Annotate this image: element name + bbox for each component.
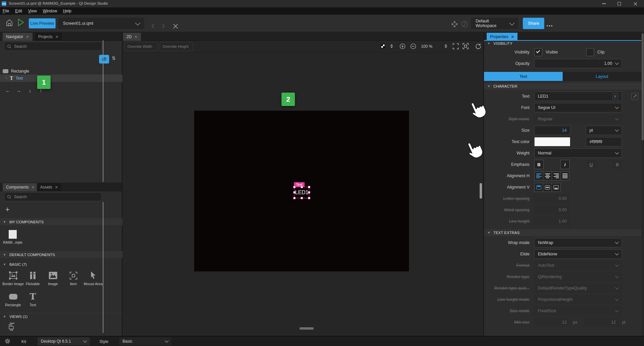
- resize-handle-nw[interactable]: [293, 186, 296, 188]
- close-document-button[interactable]: [173, 23, 178, 29]
- fit-to-screen-button[interactable]: [462, 43, 469, 49]
- text-color-hex-field[interactable]: #f9f9f9: [586, 137, 622, 146]
- properties-scrollbar-thumb[interactable]: [642, 33, 644, 140]
- close-icon[interactable]: ✕: [26, 35, 29, 39]
- elide-dropdown[interactable]: ElideNone: [534, 249, 622, 259]
- component-flickable[interactable]: Flickable: [22, 270, 44, 286]
- more-options-button[interactable]: •••: [547, 23, 553, 28]
- background-color-button[interactable]: [381, 44, 385, 48]
- components-search-input[interactable]: [14, 195, 99, 199]
- override-width-input[interactable]: [128, 44, 155, 48]
- text-field[interactable]: LED1 tr: [534, 92, 622, 101]
- component-item[interactable]: Item: [63, 270, 84, 286]
- sort-order-icon[interactable]: ⇅: [112, 55, 116, 61]
- min-size-pt-field[interactable]: 12: [583, 318, 620, 327]
- tab-text[interactable]: Text: [484, 72, 563, 81]
- move-down-icon[interactable]: ↓: [29, 88, 31, 93]
- section-basic[interactable]: ▼ BASIC (7): [0, 261, 123, 268]
- section-text-extras[interactable]: ▼ TEXT EXTRAS: [484, 229, 641, 236]
- properties-scrollbar-track[interactable]: [641, 32, 644, 336]
- component-rectangle[interactable]: Rectangle: [2, 291, 24, 307]
- workspace-nodes-button[interactable]: [451, 21, 458, 27]
- underline-button[interactable]: U: [586, 160, 596, 169]
- tree-item-rectangle[interactable]: Rectangle: [0, 68, 123, 75]
- align-top-button[interactable]: [534, 183, 543, 192]
- kit-settings-button[interactable]: [4, 338, 11, 344]
- code-view-button[interactable]: [461, 20, 469, 28]
- components-scrollbar[interactable]: [103, 202, 103, 333]
- tab-projects[interactable]: Projects✕: [35, 33, 62, 41]
- letter-spacing-field[interactable]: 0.00: [534, 194, 570, 203]
- move-left-icon[interactable]: ←: [5, 88, 10, 93]
- tree-item-text[interactable]: T Text: [0, 75, 123, 82]
- line-height-field[interactable]: 1.00: [534, 217, 570, 226]
- zoom-out-button[interactable]: [410, 43, 416, 49]
- maximize-button[interactable]: [613, 0, 626, 7]
- resize-handle-w[interactable]: [293, 191, 296, 194]
- menu-file[interactable]: File: [3, 9, 12, 13]
- share-button[interactable]: Share: [523, 18, 544, 29]
- resize-handle-ne[interactable]: [308, 186, 310, 188]
- tab-navigator[interactable]: Navigator✕: [3, 33, 32, 41]
- override-width-field[interactable]: [125, 42, 158, 51]
- component-border-image[interactable]: Border Image: [2, 270, 24, 286]
- translate-badge[interactable]: tr: [613, 93, 618, 100]
- add-module-button[interactable]: +: [5, 205, 10, 214]
- component-text[interactable]: T Text: [22, 291, 44, 307]
- menu-window[interactable]: Window: [43, 9, 61, 13]
- override-height-input[interactable]: [163, 44, 190, 48]
- section-character[interactable]: ▼ CHARACTER: [484, 83, 641, 90]
- move-right-icon[interactable]: →: [16, 88, 21, 93]
- align-justify-button[interactable]: [560, 171, 569, 181]
- align-left-button[interactable]: [534, 171, 543, 181]
- align-center-button[interactable]: [543, 171, 552, 181]
- size-field[interactable]: 14: [534, 126, 570, 135]
- open-file-selector[interactable]: Screen01.ui.qml: [58, 18, 144, 29]
- toggle-invisible-items-button[interactable]: [99, 55, 109, 64]
- line-height-mode-dropdown[interactable]: ProportionalHeight: [534, 295, 622, 304]
- render-type-dropdown[interactable]: QtRendering: [534, 272, 622, 281]
- zoom-stepper[interactable]: [445, 44, 447, 48]
- kit-selector[interactable]: Desktop Qt 6.5.1: [37, 337, 90, 345]
- resize-handle-n[interactable]: [301, 186, 303, 188]
- resize-handle-e[interactable]: [308, 191, 310, 194]
- navigator-search-input[interactable]: [14, 44, 99, 49]
- selected-text-item[interactable]: LED1: [294, 187, 309, 198]
- tab-components[interactable]: Components✕: [3, 183, 38, 191]
- tab-properties[interactable]: Properties✕: [487, 33, 517, 41]
- italic-button[interactable]: i: [560, 160, 570, 169]
- component-view-item[interactable]: [7, 322, 16, 331]
- section-default-components[interactable]: ▼ DEFAULT COMPONENTS: [0, 251, 123, 258]
- section-my-components[interactable]: ▼ MY COMPONENTS: [0, 218, 123, 225]
- select-frame-button[interactable]: [453, 43, 459, 49]
- component-mouse-area[interactable]: Mouse Area: [82, 270, 104, 286]
- component-ra6m-example[interactable]: RA6M...mple: [2, 229, 23, 244]
- minimize-button[interactable]: [597, 0, 611, 7]
- resize-handle-sw[interactable]: [293, 197, 296, 199]
- navigator-search[interactable]: [4, 42, 102, 51]
- format-dropdown[interactable]: AutoText: [534, 261, 622, 270]
- zoom-level[interactable]: 100 %: [421, 44, 432, 49]
- close-icon[interactable]: ✕: [511, 35, 514, 39]
- word-spacing-field[interactable]: 0.00: [534, 205, 570, 215]
- section-visibility[interactable]: ▼ VISIBILITY: [484, 41, 641, 46]
- opacity-field[interactable]: 1.00: [534, 59, 622, 68]
- nav-forward-button[interactable]: [160, 23, 166, 29]
- override-height-field[interactable]: [160, 42, 193, 51]
- canvas-horizontal-scrollbar[interactable]: [300, 327, 314, 330]
- size-mode-dropdown[interactable]: FixedSize: [534, 306, 622, 316]
- live-preview-button[interactable]: Live Preview: [29, 18, 56, 28]
- visible-checkbox[interactable]: [534, 48, 542, 56]
- workspace-selector[interactable]: Default Workspace: [471, 18, 518, 29]
- menu-edit[interactable]: Edit: [15, 9, 25, 13]
- wrap-mode-dropdown[interactable]: NoWrap: [534, 238, 622, 247]
- style-name-dropdown[interactable]: Regular: [534, 114, 622, 124]
- min-size-px-field[interactable]: 12: [534, 318, 570, 327]
- align-bottom-button[interactable]: [552, 183, 561, 192]
- reset-view-button[interactable]: [475, 43, 481, 49]
- canvas-vertical-scrollbar[interactable]: [480, 183, 482, 199]
- align-right-button[interactable]: [552, 171, 561, 181]
- run-project-button[interactable]: [17, 18, 25, 27]
- font-dropdown[interactable]: Segoe UI: [534, 103, 622, 112]
- tab-assets[interactable]: Assets✕: [37, 183, 61, 191]
